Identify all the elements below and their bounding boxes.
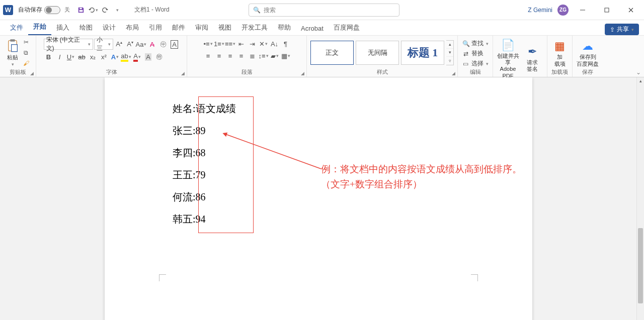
font-color-button[interactable]: A▾ [132,52,142,62]
clear-format-icon: A̶ [150,41,154,48]
align-left-button[interactable]: ≡ [203,51,213,61]
tab-references[interactable]: 引用 [144,21,167,35]
vertical-scrollbar[interactable]: ▴ [636,77,644,320]
styles-gallery: 正文 无间隔 标题 1 ▴ ▾ ▿ [310,40,454,65]
tab-insert[interactable]: 插入 [51,21,74,35]
share-button[interactable]: ⇪ 共享 ▾ [605,24,639,35]
styles-scroll-down[interactable]: ▾ [446,49,453,57]
scrollbar-thumb[interactable] [638,228,643,303]
document-page[interactable]: 姓名:语文成绩 张三:89 李四:68 王五:79 何流:86 韩五:94 例：… [105,77,532,320]
character-border-button[interactable]: A [170,39,180,49]
font-size-combo[interactable]: 小三▾ [94,39,113,50]
underline-button[interactable]: U▾ [66,52,76,62]
clipboard-launcher[interactable]: ◢ [30,71,34,76]
collapse-ribbon-button[interactable]: ⌄ [636,69,641,76]
chevron-down-icon: ▾ [12,62,14,67]
tab-home[interactable]: 开始 [28,20,51,35]
line-spacing-button[interactable]: ↕≡▾ [259,51,269,61]
tab-file[interactable]: 文件 [5,21,28,35]
scroll-up-button[interactable]: ▴ [637,77,644,84]
italic-button[interactable]: I [55,52,65,62]
grow-font-button[interactable]: A▴ [114,39,124,49]
tab-developer[interactable]: 开发工具 [236,21,273,35]
superscript-button[interactable]: x² [99,52,109,62]
select-button[interactable]: ▭选择▾ [461,59,490,68]
paragraph-launcher[interactable]: ◢ [301,71,304,76]
borders-button[interactable]: ▦▾ [281,51,291,61]
avatar[interactable]: ZG [557,5,569,16]
strikethrough-button[interactable]: ab [77,52,87,62]
tab-layout[interactable]: 布局 [121,21,144,35]
justify-button[interactable]: ≡ [236,51,247,61]
asian-layout-button[interactable]: ✕▾ [259,39,269,49]
share-label: 共享 [617,25,629,34]
styles-expand[interactable]: ▿ [446,57,453,65]
styles-launcher[interactable]: ◢ [452,71,455,76]
font-launcher[interactable]: ◢ [181,71,185,76]
group-styles: 正文 无间隔 标题 1 ▴ ▾ ▿ 样式◢ [307,36,458,77]
title-bar: W 自动保存 关 ▾ ▾ 文档1 - Word 🔍 搜索 Z Gemini ZG [0,0,644,20]
qat-customize-button[interactable]: ▾ [112,5,122,15]
numbering-button[interactable]: 1≡▾ [214,39,224,49]
cut-button[interactable]: ✂ [22,38,31,47]
window-close-button[interactable] [621,3,641,18]
find-button[interactable]: 🔍查找▾ [461,39,490,48]
char-shading-button[interactable]: A [143,52,153,62]
change-case-button[interactable]: Aa▾ [136,39,146,49]
shading-color-button[interactable]: ▰▾ [270,51,280,61]
font-name-combo[interactable]: 宋体 (中文正文)▾ [44,39,93,50]
qat-undo-button[interactable]: ▾ [88,5,98,15]
bullets-button[interactable]: •≡▾ [203,39,213,49]
text-effects-button[interactable]: A▾ [110,52,120,62]
addins-label: 加 载项 [554,54,566,67]
align-right-button[interactable]: ≡ [225,51,235,61]
style-no-spacing[interactable]: 无间隔 [356,41,399,65]
show-marks-button[interactable]: ¶ [281,39,291,49]
window-maximize-button[interactable] [597,3,617,18]
enclose-char-button[interactable]: ㊕ [154,52,165,62]
tab-help[interactable]: 帮助 [273,21,296,35]
bullets-icon: •≡ [203,40,209,48]
paste-button[interactable]: 粘贴 ▾ [6,38,20,67]
tab-acrobat[interactable]: Acrobat [296,22,329,35]
window-minimize-button[interactable] [573,3,593,18]
style-heading-1[interactable]: 标题 1 [401,41,444,65]
increase-indent-button[interactable]: ⇥ [248,39,258,49]
style-normal[interactable]: 正文 [310,41,354,65]
shrink-font-button[interactable]: A▾ [125,39,135,49]
format-painter-button[interactable]: 🖌 [22,59,31,68]
save-baidu-button[interactable]: ☁ 保存到 百度网盘 [577,38,599,67]
copy-button[interactable]: ⧉ [22,48,31,57]
styles-scroll-up[interactable]: ▴ [446,41,453,49]
sort-button[interactable]: A↓ [270,39,280,49]
tab-mailings[interactable]: 邮件 [167,21,190,35]
borders-icon: ▦ [281,52,287,60]
acrobat-request-sign-button[interactable]: ✒ 请求 签名 [521,43,543,72]
group-save: ☁ 保存到 百度网盘 保存 [573,36,603,77]
tab-baidu-disk[interactable]: 百度网盘 [329,21,365,35]
undo-icon [88,7,95,14]
tab-draw[interactable]: 绘图 [74,21,98,35]
subscript-button[interactable]: x₂ [88,52,98,62]
account-name[interactable]: Z Gemini [528,7,552,14]
align-center-button[interactable]: ≡ [214,51,224,61]
decrease-indent-button[interactable]: ⇤ [236,39,247,49]
clear-formatting-button[interactable]: A̶ [147,39,157,49]
search-input[interactable]: 🔍 搜索 [249,4,399,17]
find-label: 查找 [471,39,484,48]
replace-button[interactable]: ⇄替换 [461,49,485,58]
multilevel-button[interactable]: ≡≡▾ [225,39,235,49]
search-placeholder: 搜索 [264,6,276,15]
phonetic-guide-button[interactable]: ㊥ [158,39,169,49]
tab-review[interactable]: 审阅 [190,21,213,35]
autosave-toggle[interactable] [44,6,60,14]
tab-view[interactable]: 视图 [213,21,236,35]
acrobat-create-share-button[interactable]: 📄 创建并共享 Adobe PDF [497,37,519,79]
highlight-button[interactable]: ab▾ [121,52,131,62]
distributed-button[interactable]: ≣ [248,51,258,61]
bold-button[interactable]: B [44,52,54,62]
qat-save-button[interactable] [76,5,86,15]
addins-button[interactable]: ▦ 加 载项 [549,38,571,67]
qat-redo-button[interactable] [100,5,110,15]
tab-design[interactable]: 设计 [98,21,121,35]
